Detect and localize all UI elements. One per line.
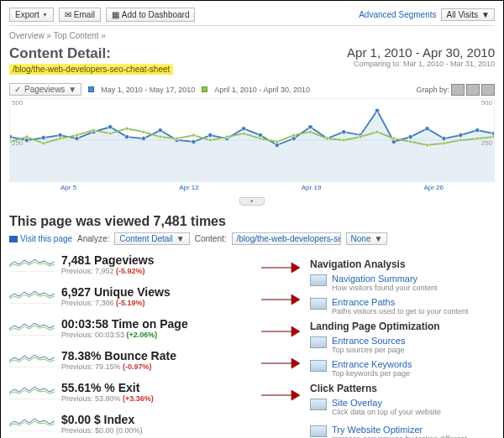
metric-row: 6,927 Unique ViewsPrevious: 7,306 (-5.19… (9, 285, 300, 307)
legend-label-2: April 1, 2010 - April 30, 2010 (214, 86, 310, 94)
svg-point-52 (359, 135, 362, 138)
svg-point-41 (176, 137, 179, 140)
email-button[interactable]: ✉Email (59, 8, 101, 22)
chevron-down-icon: ▼ (481, 10, 490, 19)
svg-point-19 (308, 125, 312, 129)
svg-point-60 (492, 135, 494, 138)
annotation-arrow-icon (260, 260, 302, 277)
report-icon (310, 274, 327, 286)
page-title: Content Detail: (9, 45, 173, 62)
svg-point-47 (276, 140, 279, 143)
annotation-arrow-icon (260, 324, 302, 341)
external-icon (9, 236, 18, 242)
metric-row: 7,481 PageviewsPrevious: 7,952 (-5.92%) (9, 253, 300, 275)
website-optimizer-link[interactable]: Try Website OptimizerIncrease conversion… (310, 425, 495, 438)
graph-by-month[interactable] (481, 84, 495, 96)
svg-point-36 (92, 128, 95, 132)
svg-point-42 (192, 133, 195, 137)
chevron-down-icon: ▼ (68, 85, 76, 94)
svg-point-1 (10, 135, 13, 139)
chart-expander[interactable]: ▾ (239, 197, 265, 206)
svg-point-8 (124, 135, 129, 139)
graph-by-label: Graph by: (416, 86, 449, 94)
report-icon (310, 360, 327, 372)
advanced-segments-link[interactable]: Advanced Segments (359, 10, 436, 19)
mail-icon: ✉ (65, 10, 71, 19)
grid-icon: ▦ (112, 10, 119, 19)
svg-point-21 (342, 130, 346, 134)
summary-heading: This page was viewed 7,481 times (9, 214, 495, 229)
metric-row: $0.00 $ IndexPrevious: $0.00 (0.00%) (9, 413, 300, 435)
y-axis-mid-r: 250 (481, 139, 492, 147)
metric-previous: Previous: $0.00 (0.00%) (61, 426, 300, 435)
metrics-column: 7,481 PageviewsPrevious: 7,952 (-5.92%)6… (9, 253, 300, 438)
y-axis-max-l: 500 (12, 99, 23, 107)
svg-point-23 (375, 108, 379, 112)
svg-point-15 (241, 127, 245, 131)
visit-page-link[interactable]: Visit this page (9, 234, 72, 243)
svg-point-55 (409, 140, 412, 143)
annotation-arrow-icon (260, 356, 302, 373)
date-range[interactable]: Apr 1, 2010 - Apr 30, 2010 (347, 45, 495, 60)
main-chart: 500 500 250 250 (9, 98, 495, 182)
metric-value: $0.00 $ Index (61, 413, 300, 426)
y-axis-mid-l: 250 (12, 139, 23, 147)
nav-summary-link[interactable]: Navigation SummaryHow visitors found you… (310, 274, 495, 292)
analyze-select[interactable]: Content Detail▼ (114, 232, 189, 245)
svg-point-38 (125, 127, 129, 130)
svg-point-27 (442, 136, 446, 140)
legend-dot-blue (88, 86, 94, 92)
svg-point-25 (408, 135, 412, 139)
breadcrumb: Overview » Top Content » (9, 31, 495, 40)
annotation-arrow-icon (260, 388, 302, 404)
date-compare: Comparing to: Mar 1, 2010 - Mar 31, 2010 (347, 60, 495, 68)
breadcrumb-top-content[interactable]: Top Content (54, 31, 99, 40)
graph-by-day[interactable] (451, 84, 465, 96)
entrance-paths-link[interactable]: Entrance PathsPaths visitors used to get… (310, 297, 495, 315)
nav-analysis-heading: Navigation Analysis (310, 258, 495, 270)
svg-point-10 (158, 128, 162, 133)
chevron-down-icon: ▼ (42, 12, 48, 18)
metric-row: 78.38% Bounce RatePrevious: 79.15% (-0.9… (9, 349, 300, 371)
svg-point-33 (42, 142, 45, 145)
svg-point-48 (292, 133, 296, 137)
sparkline (9, 349, 55, 368)
entrance-keywords-link[interactable]: Entrance KeywordsTop keywords per page (310, 359, 495, 378)
report-icon (310, 298, 327, 310)
svg-point-12 (192, 139, 196, 143)
sparkline (9, 317, 55, 336)
graph-by-week[interactable] (466, 84, 480, 96)
analyze-label: Analyze: (77, 234, 109, 243)
site-overlay-link[interactable]: Site OverlayClick data on top of your we… (310, 398, 495, 416)
svg-point-29 (475, 128, 479, 133)
sparkline (9, 285, 55, 304)
page-url: /blog/the-web-developers-seo-cheat-sheet (9, 64, 173, 75)
metric-row: 55.61% % ExitPrevious: 53.80% (+3.36%) (9, 381, 300, 403)
sparkline (9, 253, 55, 272)
report-icon (310, 425, 327, 437)
svg-point-26 (425, 127, 429, 131)
svg-point-44 (225, 135, 228, 138)
svg-point-34 (59, 137, 62, 140)
all-visits-select[interactable]: All Visits▼ (441, 8, 495, 21)
svg-point-58 (459, 138, 462, 142)
svg-point-56 (425, 143, 428, 147)
legend-dot-green (202, 86, 207, 92)
add-dashboard-button[interactable]: ▦Add to Dashboard (106, 8, 196, 22)
metric-row: 00:03:58 Time on PagePrevious: 00:03:53 … (9, 317, 300, 339)
entrance-sources-link[interactable]: Entrance SourcesTop sources per page (310, 336, 495, 354)
svg-point-43 (208, 138, 212, 142)
sparkline (9, 413, 55, 431)
breadcrumb-overview[interactable]: Overview (9, 31, 45, 40)
report-icon (310, 399, 327, 410)
segment-select[interactable]: None▼ (346, 232, 388, 245)
metric-select[interactable]: ✓Pageviews▼ (9, 83, 81, 96)
svg-point-7 (108, 125, 112, 129)
content-select[interactable]: /blog/the-web-developers-seo▼ (232, 232, 341, 245)
content-label: Content: (195, 234, 227, 243)
sparkline (9, 381, 55, 399)
export-button[interactable]: Export▼ (9, 8, 54, 22)
svg-point-54 (392, 137, 396, 140)
svg-point-3 (41, 136, 45, 140)
svg-point-32 (25, 135, 29, 138)
